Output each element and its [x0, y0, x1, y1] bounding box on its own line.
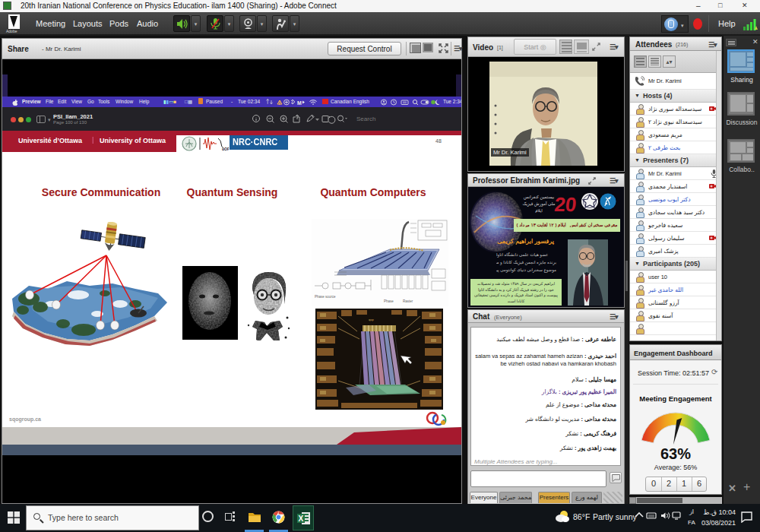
svg-text:qop: qop — [369, 318, 374, 321]
svg-text:Phase: Phase — [384, 299, 394, 303]
svg-text:Phase source: Phase source — [315, 295, 336, 299]
svg-text:X: X — [299, 515, 304, 523]
svg-text:M: M — [297, 100, 302, 105]
svg-text:Raster: Raster — [403, 299, 413, 303]
svg-text:uOP: uOP — [222, 147, 229, 151]
svg-text:20: 20 — [553, 193, 578, 216]
